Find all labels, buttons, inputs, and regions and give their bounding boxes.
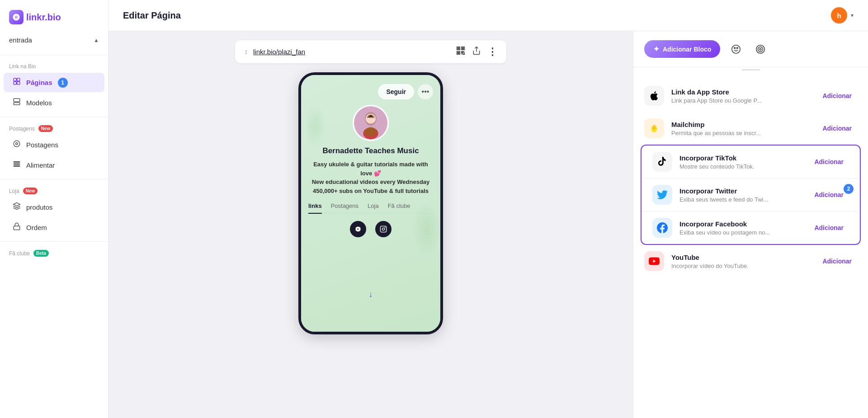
header-right: h ▾ xyxy=(831,7,854,23)
url-text[interactable]: linkr.bio/plazi_fan xyxy=(253,48,450,56)
follow-button[interactable]: Seguir xyxy=(378,84,414,99)
svg-rect-12 xyxy=(14,226,20,230)
svg-point-30 xyxy=(737,47,738,48)
sidebar-item-produtos[interactable]: produtos xyxy=(4,197,104,217)
right-panel-header: ✦ Adicionar Bloco xyxy=(633,31,868,67)
svg-rect-6 xyxy=(14,103,20,105)
tab-links[interactable]: links xyxy=(308,202,322,214)
app-store-add-button[interactable]: Adicionar xyxy=(817,89,857,102)
block-item-app-store[interactable]: Link da App Store Link para App Store ou… xyxy=(633,80,868,112)
user-avatar[interactable]: h xyxy=(831,7,847,23)
svg-rect-10 xyxy=(14,164,20,164)
instagram-social-icon[interactable] xyxy=(375,221,392,237)
svg-point-29 xyxy=(734,47,736,48)
more-options-icon[interactable]: ⋮ xyxy=(487,46,497,58)
block-item-mailchimp[interactable]: Mailchimp Permita que as pessoas se insc… xyxy=(633,112,868,145)
mailchimp-add-button[interactable]: Adicionar xyxy=(817,122,857,135)
mailchimp-title: Mailchimp xyxy=(671,121,810,128)
facebook-title: Incorporar Facebook xyxy=(679,220,802,228)
produtos-label: produtos xyxy=(26,203,52,211)
tiktok-icon xyxy=(652,152,672,172)
url-arrow-icon: ↕ xyxy=(244,48,248,56)
svg-rect-16 xyxy=(458,48,459,49)
page-title: Editar Página xyxy=(123,10,181,21)
twitter-badge: 2 xyxy=(844,184,854,194)
scroll-indicator xyxy=(633,67,868,72)
chevron-up-icon: ▲ xyxy=(94,37,99,43)
block-item-facebook[interactable]: Incorporar Facebook Exiba seu vídeo ou p… xyxy=(642,211,860,244)
svg-point-27 xyxy=(385,227,386,228)
youtube-add-button[interactable]: Adicionar xyxy=(817,255,857,268)
pages-icon xyxy=(13,77,21,88)
postagens-new-badge: New xyxy=(38,125,53,132)
logo-text: linkr.bio xyxy=(26,12,61,23)
phone-tabs: links Postagens Loja Fã clube xyxy=(308,202,433,214)
profile-bio: Easy ukulele & guitar tutorials made wit… xyxy=(308,160,433,195)
content-area: ↕ linkr.bio/plazi_fan xyxy=(108,31,868,418)
svg-point-32 xyxy=(758,47,763,52)
fa-clube-beta-badge: Beta xyxy=(33,250,49,257)
twitter-title: Incorporar Twitter xyxy=(679,187,802,195)
header: Editar Página h ▾ xyxy=(108,0,868,31)
highlight-section: Incorporar TikTok Mostre seu conteúdo Ti… xyxy=(641,145,861,245)
section-link-na-bio: Link na Bio xyxy=(0,59,108,72)
mailchimp-text: Mailchimp Permita que as pessoas se insc… xyxy=(671,121,810,136)
tab-loja[interactable]: Loja xyxy=(368,202,379,211)
section-postagens: Postagens New xyxy=(0,121,108,135)
add-block-label: Adicionar Bloco xyxy=(663,46,711,53)
svg-rect-2 xyxy=(17,78,20,81)
url-bar-actions: ⋮ xyxy=(456,46,497,58)
target-button[interactable] xyxy=(752,41,769,58)
sidebar-dropdown[interactable]: entrada ▲ xyxy=(0,33,108,51)
mailchimp-icon xyxy=(644,118,664,138)
postagens-icon xyxy=(13,140,21,150)
sidebar-item-alimentar[interactable]: Alimentar xyxy=(4,155,104,175)
logo-icon xyxy=(9,10,24,24)
sidebar-divider-3 xyxy=(0,179,108,179)
share-icon[interactable] xyxy=(472,46,481,57)
sidebar-item-paginas[interactable]: Páginas 1 xyxy=(4,73,104,92)
svg-rect-3 xyxy=(14,82,16,85)
phone-more-button[interactable]: ••• xyxy=(418,84,433,99)
modelos-label: Modelos xyxy=(26,99,52,107)
youtube-social-icon[interactable] xyxy=(350,221,366,237)
facebook-icon xyxy=(652,218,672,238)
tab-fa-clube[interactable]: Fã clube xyxy=(388,202,410,211)
svg-point-8 xyxy=(16,143,18,145)
facebook-text: Incorporar Facebook Exiba seu vídeo ou p… xyxy=(679,220,802,236)
svg-rect-1 xyxy=(14,78,16,81)
app-store-desc: Link para App Store ou Google P... xyxy=(671,97,810,104)
mailchimp-desc: Permita que as pessoas se inscr... xyxy=(671,130,810,136)
block-item-youtube[interactable]: YouTube Incorporar vídeo do YouTube. Adi… xyxy=(633,245,868,277)
twitter-add-wrap: Adicionar 2 xyxy=(809,188,849,201)
youtube-icon xyxy=(644,251,664,271)
tab-postagens[interactable]: Postagens xyxy=(331,202,359,211)
svg-point-26 xyxy=(382,228,384,230)
sidebar-item-modelos[interactable]: Modelos xyxy=(4,93,104,113)
add-block-button[interactable]: ✦ Adicionar Bloco xyxy=(644,40,720,58)
app-store-text: Link da App Store Link para App Store ou… xyxy=(671,88,810,104)
pages-label: Páginas xyxy=(26,79,52,86)
add-block-icon: ✦ xyxy=(653,45,659,53)
sidebar: linkr.bio entrada ▲ Link na Bio Páginas … xyxy=(0,0,108,418)
block-item-twitter[interactable]: Incorporar Twitter Exiba seus tweets e f… xyxy=(642,178,860,211)
section-fa-clube: Fã clube Beta xyxy=(0,245,108,259)
tiktok-add-button[interactable]: Adicionar xyxy=(809,155,849,168)
url-bar: ↕ linkr.bio/plazi_fan xyxy=(235,40,506,63)
sidebar-divider-2 xyxy=(0,117,108,117)
qr-code-icon[interactable] xyxy=(456,46,466,58)
sidebar-item-postagens[interactable]: Postagens xyxy=(4,135,104,155)
sidebar-divider-4 xyxy=(0,241,108,242)
twitter-desc: Exiba seus tweets e feed do Twi... xyxy=(679,196,802,203)
phone-social-icons: ↓ xyxy=(350,221,392,237)
header-chevron-icon[interactable]: ▾ xyxy=(851,12,854,19)
block-item-tiktok[interactable]: Incorporar TikTok Mostre seu conteúdo Ti… xyxy=(642,146,860,178)
svg-point-7 xyxy=(14,141,20,147)
twitter-add-button[interactable]: Adicionar xyxy=(809,188,849,201)
palette-button[interactable] xyxy=(727,41,745,58)
sidebar-item-ordem[interactable]: Ordem xyxy=(4,218,104,237)
profile-avatar xyxy=(353,105,389,141)
facebook-add-button[interactable]: Adicionar xyxy=(809,221,849,234)
alimentar-icon xyxy=(13,160,21,170)
svg-point-0 xyxy=(14,14,16,15)
